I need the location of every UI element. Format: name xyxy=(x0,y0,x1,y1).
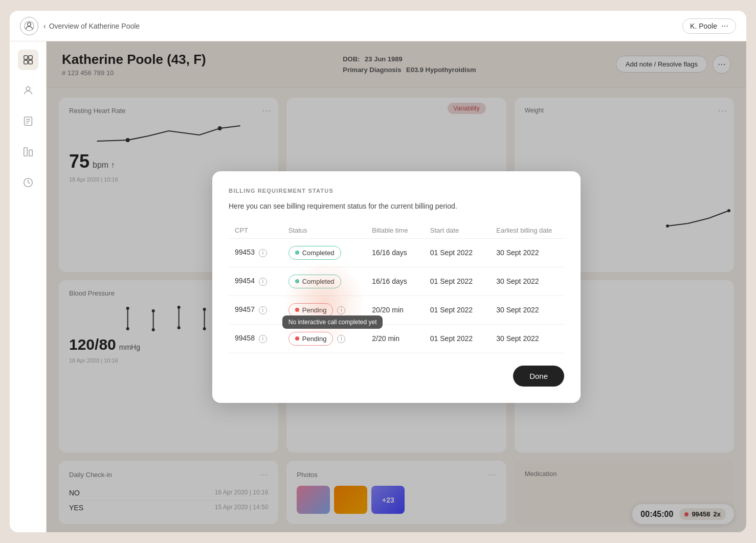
svg-rect-3 xyxy=(28,56,32,59)
table-row: 99454 i Completed 16/16 days 01 Sept 202… xyxy=(229,267,564,296)
status-dot xyxy=(295,279,299,283)
cpt-cell: 99454 i xyxy=(229,267,282,296)
earliest-billing-cell: 30 Sept 2022 xyxy=(490,238,564,267)
top-navigation: ‹ Overview of Katherine Poole K. Poole ⋯ xyxy=(10,11,746,41)
cpt-cell: 99453 i xyxy=(229,238,282,267)
nav-left: ‹ Overview of Katherine Poole xyxy=(20,17,140,35)
user-label: K. Poole xyxy=(690,22,717,30)
sidebar-item-analytics[interactable] xyxy=(18,142,38,162)
cpt-info-icon[interactable]: i xyxy=(259,249,267,257)
start-date-cell: 01 Sept 2022 xyxy=(424,238,490,267)
status-dot xyxy=(295,308,299,312)
pending-info-icon[interactable]: i xyxy=(337,306,345,314)
ellipsis-icon: ⋯ xyxy=(721,22,728,30)
modal-overlay: BILLING REQUIREMENT STATUS Here you can … xyxy=(47,41,746,532)
col-start: Start date xyxy=(424,222,490,239)
start-date-cell: 01 Sept 2022 xyxy=(424,324,490,353)
svg-rect-4 xyxy=(24,60,27,64)
earliest-billing-cell: 30 Sept 2022 xyxy=(490,324,564,353)
tooltip-box: No interactive call completed yet xyxy=(282,315,383,329)
sidebar-item-notes[interactable] xyxy=(18,111,38,131)
status-badge: Completed xyxy=(288,246,341,260)
table-header-row: CPT Status Billable time Start date Earl… xyxy=(229,222,564,239)
earliest-billing-cell: 30 Sept 2022 xyxy=(490,267,564,296)
col-cpt: CPT xyxy=(229,222,282,239)
cpt-info-icon[interactable]: i xyxy=(259,335,267,343)
table-row: 99457 i Pending i No interactive call co… xyxy=(229,296,564,324)
status-dot xyxy=(295,251,299,255)
sidebar-item-dashboard[interactable] xyxy=(18,50,38,70)
modal-description: Here you can see billing requirement sta… xyxy=(229,202,564,210)
sidebar-item-reports[interactable] xyxy=(18,172,38,193)
app-logo xyxy=(20,17,38,35)
chevron-left-icon: ‹ xyxy=(43,22,46,30)
table-row: 99453 i Completed 16/16 days 01 Sept 202… xyxy=(229,238,564,267)
table-row: 99458 i Pending i 2/20 min 01 Sept 2022 … xyxy=(229,324,564,353)
back-label: Overview of Katherine Poole xyxy=(49,22,140,30)
billing-modal: BILLING REQUIREMENT STATUS Here you can … xyxy=(212,171,581,403)
svg-rect-2 xyxy=(24,56,27,59)
billing-table: CPT Status Billable time Start date Earl… xyxy=(229,222,564,353)
status-cell: Completed xyxy=(282,238,366,267)
status-badge: Pending xyxy=(288,303,333,317)
user-menu-button[interactable]: K. Poole ⋯ xyxy=(682,18,736,34)
sidebar-item-patients[interactable] xyxy=(18,80,38,101)
status-cell: Completed xyxy=(282,267,366,296)
col-billable: Billable time xyxy=(366,222,424,239)
modal-title: BILLING REQUIREMENT STATUS xyxy=(229,188,564,194)
status-cell: Pending i No interactive call completed … xyxy=(282,296,366,324)
modal-footer: Done xyxy=(229,366,564,387)
status-badge: Completed xyxy=(288,275,341,288)
pending-info-icon[interactable]: i xyxy=(337,335,345,343)
cpt-cell: 99457 i xyxy=(229,296,282,324)
sidebar xyxy=(10,41,47,532)
done-button[interactable]: Done xyxy=(513,366,564,387)
start-date-cell: 01 Sept 2022 xyxy=(424,267,490,296)
main-layout: Katherine Poole (43, F) # 123 456 789 10… xyxy=(10,41,746,532)
cpt-cell: 99458 i xyxy=(229,324,282,353)
start-date-cell: 01 Sept 2022 xyxy=(424,296,490,324)
col-earliest: Earliest billing date xyxy=(490,222,564,239)
earliest-billing-cell: 30 Sept 2022 xyxy=(490,296,564,324)
content-area: Katherine Poole (43, F) # 123 456 789 10… xyxy=(47,41,746,532)
svg-point-6 xyxy=(26,87,30,90)
status-dot xyxy=(295,336,299,341)
svg-rect-12 xyxy=(29,150,32,156)
status-badge: Pending xyxy=(288,332,333,346)
billable-time-cell: 16/16 days xyxy=(366,267,424,296)
svg-rect-5 xyxy=(28,60,32,64)
col-status: Status xyxy=(282,222,366,239)
billable-time-cell: 16/16 days xyxy=(366,238,424,267)
cpt-info-icon[interactable]: i xyxy=(259,306,267,314)
svg-rect-11 xyxy=(24,148,27,156)
cpt-info-icon[interactable]: i xyxy=(259,278,267,286)
back-button[interactable]: ‹ Overview of Katherine Poole xyxy=(43,22,140,30)
svg-point-0 xyxy=(28,22,31,26)
